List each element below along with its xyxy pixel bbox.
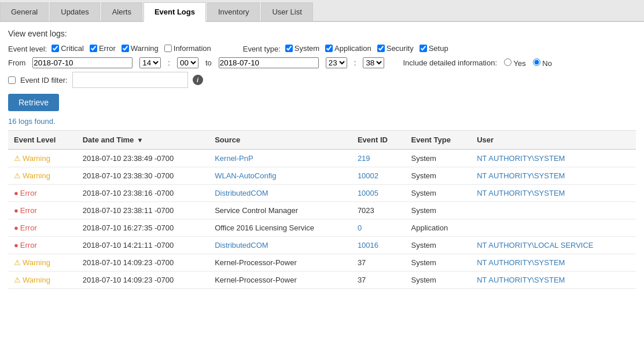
row-4-source: Office 2016 Licensing Service (209, 219, 352, 237)
user-link[interactable]: NT AUTHORITY\SYSTEM (477, 258, 565, 267)
row-6-datetime: 2018-07-10 14:09:23 -0700 (77, 254, 209, 272)
event-type-setup[interactable]: Setup (419, 44, 448, 53)
event-type-application[interactable]: Application (325, 44, 371, 53)
event-type-system-checkbox[interactable] (285, 45, 293, 52)
tab-updates[interactable]: Updates (50, 2, 100, 21)
row-0-user[interactable]: NT AUTHORITY\SYSTEM (471, 149, 636, 167)
event-level-error-checkbox[interactable] (90, 45, 97, 52)
event-id-filter-label[interactable]: Event ID filter: (20, 76, 68, 85)
row-0-event-id[interactable]: 219 (352, 149, 406, 167)
row-2-level[interactable]: ●Error (8, 185, 77, 202)
tab-user-list[interactable]: User List (261, 2, 312, 21)
row-7-user[interactable]: NT AUTHORITY\SYSTEM (471, 272, 636, 289)
from-label: From (8, 58, 25, 67)
event-level-critical-checkbox[interactable] (51, 45, 59, 52)
event-id-link[interactable]: 10002 (358, 171, 378, 180)
event-type-system[interactable]: System (285, 44, 319, 53)
user-link[interactable]: NT AUTHORITY\SYSTEM (477, 189, 565, 197)
event-type-application-checkbox[interactable] (325, 45, 333, 52)
row-6-user[interactable]: NT AUTHORITY\SYSTEM (471, 254, 636, 272)
event-level-error[interactable]: Error (90, 44, 116, 53)
event-id-link[interactable]: 0 (358, 223, 362, 232)
user-link[interactable]: NT AUTHORITY\SYSTEM (477, 154, 565, 163)
row-4-event-id[interactable]: 0 (352, 219, 406, 237)
tab-event-logs[interactable]: Event Logs (143, 2, 206, 22)
event-id-checkbox[interactable] (8, 76, 16, 84)
filter-row-1: Event level: CriticalErrorWarningInforma… (8, 44, 636, 54)
row-6-event-type: System (406, 254, 472, 272)
row-4-level[interactable]: ●Error (8, 219, 77, 237)
user-link[interactable]: NT AUTHORITY\SYSTEM (477, 171, 565, 180)
row-5-event-id[interactable]: 10016 (352, 237, 406, 254)
include-detail-yes-radio[interactable] (504, 58, 511, 66)
event-level-information[interactable]: Information (164, 44, 211, 53)
row-0-source[interactable]: Kernel-PnP (209, 149, 352, 167)
source-link[interactable]: DistributedCOM (215, 241, 268, 250)
retrieve-button[interactable]: Retrieve (8, 94, 59, 111)
row-5-event-type: System (406, 237, 472, 254)
row-2-user[interactable]: NT AUTHORITY\SYSTEM (471, 185, 636, 202)
row-7-source: Kernel-Processor-Power (209, 272, 352, 289)
section-title: View event logs: (8, 29, 636, 38)
include-detail-yes-label[interactable]: Yes (504, 58, 526, 68)
row-2-source[interactable]: DistributedCOM (209, 185, 352, 202)
event-level-information-checkbox[interactable] (164, 45, 172, 52)
source-link[interactable]: DistributedCOM (215, 189, 268, 197)
tab-general[interactable]: General (0, 2, 49, 21)
row-2-event-id[interactable]: 10005 (352, 185, 406, 202)
to-minute-select[interactable]: 00051015202530353840455055 (363, 57, 384, 68)
row-5-datetime: 2018-07-10 14:21:11 -0700 (77, 237, 209, 254)
source-link[interactable]: WLAN-AutoConfig (215, 171, 276, 180)
include-detail-no-label[interactable]: No (533, 58, 552, 68)
error-icon: ● (14, 241, 19, 250)
table-row: ●Error2018-07-10 16:27:35 -0700Office 20… (8, 219, 636, 237)
tab-alerts[interactable]: Alerts (101, 2, 142, 21)
row-6-level[interactable]: ⚠Warning (8, 254, 77, 272)
event-type-setup-label: Setup (429, 44, 448, 53)
col-header-datetime[interactable]: Date and Time ▼ (77, 131, 209, 150)
include-detail-no-radio[interactable] (533, 58, 540, 66)
row-1-source[interactable]: WLAN-AutoConfig (209, 167, 352, 185)
row-1-event-id[interactable]: 10002 (352, 167, 406, 185)
event-type-security-checkbox[interactable] (377, 45, 385, 52)
colon-2: : (354, 58, 356, 67)
from-date-input[interactable] (32, 57, 133, 68)
no-label: No (542, 59, 552, 68)
row-4-event-type: Application (406, 219, 472, 237)
event-type-setup-checkbox[interactable] (419, 45, 427, 52)
event-type-security[interactable]: Security (377, 44, 414, 53)
event-level-information-label: Information (174, 44, 211, 53)
event-level-warning-checkbox[interactable] (122, 45, 129, 52)
event-id-link[interactable]: 219 (358, 154, 370, 163)
event-id-link[interactable]: 10016 (358, 241, 378, 250)
user-link[interactable]: NT AUTHORITY\SYSTEM (477, 276, 565, 284)
event-level-critical[interactable]: Critical (51, 44, 84, 53)
from-hour-select[interactable]: 0001020304050607080910111213141516171819… (139, 57, 161, 68)
to-date-input[interactable] (219, 57, 319, 68)
error-level-badge: ●Error (14, 223, 37, 232)
event-type-system-label: System (295, 44, 319, 53)
col-header-event_id: Event ID (352, 131, 406, 150)
row-5-source[interactable]: DistributedCOM (209, 237, 352, 254)
event-id-link[interactable]: 10005 (358, 189, 378, 197)
event-id-input[interactable] (72, 72, 188, 88)
event-level-warning[interactable]: Warning (122, 44, 159, 53)
row-5-level[interactable]: ●Error (8, 237, 77, 254)
source-link[interactable]: Kernel-PnP (215, 154, 253, 163)
info-icon[interactable]: i (193, 75, 203, 85)
warning-label: Warning (23, 276, 50, 284)
event-level-warning-label: Warning (131, 44, 159, 53)
to-hour-select[interactable]: 0001020304050607080910111213141516171819… (326, 57, 347, 68)
row-3-datetime: 2018-07-10 23:38:11 -0700 (77, 202, 209, 219)
row-1-user[interactable]: NT AUTHORITY\SYSTEM (471, 167, 636, 185)
row-1-level[interactable]: ⚠Warning (8, 167, 77, 185)
from-minute-select[interactable]: 00051015202530353840455055 (177, 57, 198, 68)
row-3-event-type: System (406, 202, 472, 219)
user-link[interactable]: NT AUTHORITY\LOCAL SERVICE (477, 241, 593, 250)
event-level-label: Event level: (8, 45, 47, 53)
row-3-level[interactable]: ●Error (8, 202, 77, 219)
row-5-user[interactable]: NT AUTHORITY\LOCAL SERVICE (471, 237, 636, 254)
tab-inventory[interactable]: Inventory (207, 2, 260, 21)
row-0-level[interactable]: ⚠Warning (8, 149, 77, 167)
row-7-level[interactable]: ⚠Warning (8, 272, 77, 289)
